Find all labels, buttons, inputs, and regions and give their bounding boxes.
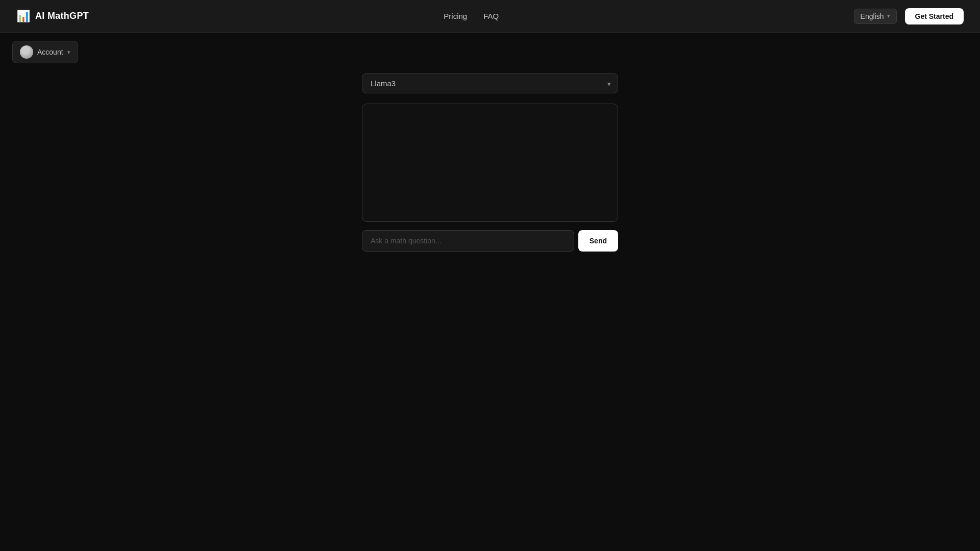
logo-text: AI MathGPT bbox=[35, 11, 89, 21]
send-button[interactable]: Send bbox=[578, 230, 618, 252]
logo-area: 📊 AI MathGPT bbox=[16, 11, 89, 22]
header-nav: Pricing FAQ bbox=[444, 12, 499, 20]
language-chevron-icon: ▾ bbox=[887, 13, 890, 19]
model-selector-wrap: Llama3 GPT-4 GPT-3.5 ▾ bbox=[362, 73, 618, 93]
language-selector[interactable]: English ▾ bbox=[854, 9, 897, 24]
account-chevron-icon: ▾ bbox=[67, 49, 70, 56]
language-label: English bbox=[861, 12, 884, 20]
main-content: Llama3 GPT-4 GPT-3.5 ▾ Send bbox=[0, 33, 980, 252]
pricing-link[interactable]: Pricing bbox=[444, 12, 467, 20]
header: 📊 AI MathGPT Pricing FAQ English ▾ Get S… bbox=[0, 0, 980, 33]
logo-icon: 📊 bbox=[16, 11, 30, 22]
account-button[interactable]: Account ▾ bbox=[12, 41, 78, 63]
avatar-image bbox=[20, 45, 33, 59]
header-right: English ▾ Get Started bbox=[854, 8, 964, 24]
faq-link[interactable]: FAQ bbox=[483, 12, 499, 20]
get-started-button[interactable]: Get Started bbox=[905, 8, 964, 24]
input-row: Send bbox=[362, 230, 618, 252]
account-area: Account ▾ bbox=[12, 41, 78, 63]
chat-display-area bbox=[362, 104, 618, 222]
model-select[interactable]: Llama3 GPT-4 GPT-3.5 bbox=[362, 73, 618, 93]
account-label: Account bbox=[37, 48, 63, 56]
question-input[interactable] bbox=[362, 230, 574, 252]
avatar bbox=[20, 45, 33, 59]
